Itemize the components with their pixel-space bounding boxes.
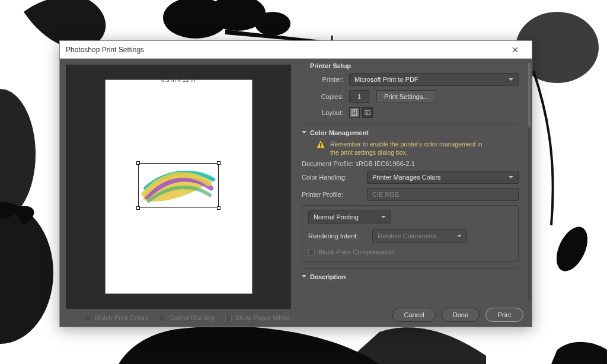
preview-column: 8.5 in x 11 in xyxy=(60,59,297,327)
cancel-button[interactable]: Cancel xyxy=(392,308,435,322)
checkbox-icon xyxy=(85,315,91,321)
bpc-label: Black Point Compensation xyxy=(318,248,395,256)
resize-handle-tr[interactable] xyxy=(217,161,221,165)
svg-point-11 xyxy=(366,111,368,113)
rendering-intent-dropdown[interactable]: Relative Colorimetric xyxy=(372,229,467,242)
svg-point-9 xyxy=(354,111,355,112)
dialog-title: Photoshop Print Settings xyxy=(65,46,503,54)
portrait-icon xyxy=(352,109,357,116)
printer-value: Microsoft Print to PDF xyxy=(354,76,418,83)
rendering-intent-value: Relative Colorimetric xyxy=(378,232,437,240)
chevron-down-icon xyxy=(457,235,462,237)
match-print-colors-checkbox[interactable]: Match Print Colors xyxy=(85,314,148,321)
settings-scrollbar[interactable] xyxy=(527,59,532,302)
copies-input[interactable]: 1 xyxy=(349,90,369,103)
gamut-warning-checkbox[interactable]: Gamut Warning xyxy=(159,314,215,321)
description-heading[interactable]: Description xyxy=(302,273,519,280)
printer-dropdown[interactable]: Microsoft Print to PDF xyxy=(349,73,519,86)
svg-point-2 xyxy=(255,12,290,36)
settings-column: Printer Setup Printer: Microsoft Print t… xyxy=(297,59,532,327)
printer-label: Printer: xyxy=(302,76,349,83)
svg-point-4 xyxy=(0,89,36,219)
checkbox-icon xyxy=(308,249,315,256)
checkbox-icon xyxy=(159,315,165,321)
print-mode-dropdown[interactable]: Normal Printing xyxy=(308,210,391,223)
print-settings-button[interactable]: Print Settings... xyxy=(376,90,436,103)
color-handling-value: Printer Manages Colors xyxy=(372,174,441,181)
color-handling-dropdown[interactable]: Printer Manages Colors xyxy=(367,171,519,184)
landscape-icon xyxy=(365,109,370,116)
document-profile-label: Document Profile: sRGB IEC61966-2.1 xyxy=(302,160,519,167)
black-point-compensation-checkbox: Black Point Compensation xyxy=(308,248,512,256)
chevron-down-icon xyxy=(509,176,513,178)
image-bounding-box[interactable] xyxy=(138,163,219,208)
color-management-warning: Remember to enable the printer's color m… xyxy=(316,140,519,157)
layout-label: Layout: xyxy=(302,109,349,116)
print-button[interactable]: Print xyxy=(485,308,523,322)
chevron-down-icon xyxy=(509,78,513,81)
resize-handle-br[interactable] xyxy=(217,206,221,210)
printer-profile-label: Printer Profile: xyxy=(302,191,367,198)
printer-profile-value: CIE RGB xyxy=(372,191,399,198)
match-print-colors-label: Match Print Colors xyxy=(95,314,148,321)
rendering-box: Normal Printing Rendering Intent: Relati… xyxy=(302,205,519,262)
color-management-heading[interactable]: Color Management xyxy=(302,129,519,136)
print-preview: 8.5 in x 11 in xyxy=(66,65,291,309)
chevron-down-icon xyxy=(302,131,306,133)
checkbox-icon xyxy=(225,315,232,321)
paper-preview: 8.5 in x 11 in xyxy=(106,80,252,293)
scrollbar-thumb[interactable] xyxy=(528,62,531,127)
chevron-down-icon xyxy=(381,216,386,218)
print-mode-value: Normal Printing xyxy=(314,213,359,221)
layout-portrait-button[interactable] xyxy=(349,107,360,118)
show-paper-white-checkbox[interactable]: Show Paper White xyxy=(225,314,289,321)
color-handling-label: Color Handling: xyxy=(302,174,367,181)
svg-rect-13 xyxy=(320,146,321,148)
show-paper-white-label: Show Paper White xyxy=(235,314,289,321)
done-button[interactable]: Done xyxy=(442,308,480,322)
copies-label: Copies: xyxy=(302,93,349,100)
gamut-warning-label: Gamut Warning xyxy=(169,314,215,321)
rendering-intent-label: Rendering Intent: xyxy=(308,232,372,240)
svg-point-6 xyxy=(550,222,594,276)
dialog-titlebar: Photoshop Print Settings xyxy=(60,41,532,59)
printer-profile-field: CIE RGB xyxy=(367,188,519,201)
svg-rect-8 xyxy=(352,110,357,116)
chevron-down-icon xyxy=(302,275,306,277)
dialog-footer: Cancel Done Print xyxy=(392,308,523,322)
print-settings-dialog: Photoshop Print Settings 8.5 in x 11 in xyxy=(59,40,532,327)
artwork-thumbnail xyxy=(140,165,217,207)
warning-icon xyxy=(316,140,325,149)
paper-dimensions-label: 8.5 in x 11 in xyxy=(106,77,252,83)
close-icon xyxy=(512,47,518,53)
svg-rect-12 xyxy=(320,143,321,146)
warning-text: Remember to enable the printer's color m… xyxy=(330,140,490,157)
printer-setup-heading: Printer Setup xyxy=(310,62,519,69)
preview-options: Match Print Colors Gamut Warning Show Pa… xyxy=(66,309,291,327)
layout-landscape-button[interactable] xyxy=(362,107,373,118)
close-button[interactable] xyxy=(503,41,527,58)
